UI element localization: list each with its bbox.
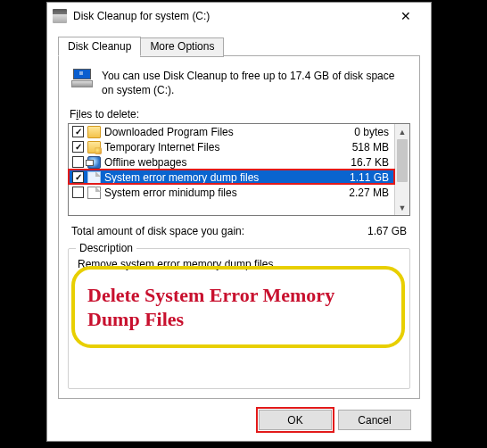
cancel-button[interactable]: Cancel (338, 410, 411, 430)
checkbox[interactable] (72, 171, 84, 183)
scroll-track[interactable] (395, 139, 409, 200)
checkbox[interactable] (72, 156, 84, 168)
tab-panel: You can use Disk Cleanup to free up to 1… (58, 55, 420, 399)
folder-icon (87, 126, 101, 138)
client-area: Disk Cleanup More Options You can use Di… (47, 29, 431, 441)
list-item[interactable]: System error memory dump files 1.11 GB (69, 170, 394, 185)
tab-strip: Disk Cleanup More Options (58, 37, 420, 56)
drive-icon (70, 69, 95, 94)
files-listbox[interactable]: Downloaded Program Files 0 bytes Tempora… (68, 123, 410, 216)
item-name: Downloaded Program Files (104, 126, 334, 138)
ok-button[interactable]: OK (259, 410, 332, 430)
total-label: Total amount of disk space you gain: (71, 225, 244, 237)
close-icon: ✕ (400, 9, 411, 23)
item-size: 1.11 GB (337, 171, 389, 184)
dialog-buttons: OK Cancel (58, 399, 420, 430)
tab-more-options[interactable]: More Options (140, 37, 224, 57)
locked-folder-icon (87, 141, 101, 153)
item-name: Offline webpages (104, 156, 334, 169)
checkbox[interactable] (72, 126, 84, 137)
item-size: 2.27 MB (337, 187, 389, 199)
list-item[interactable]: Downloaded Program Files 0 bytes (69, 124, 394, 139)
globe-icon (87, 156, 101, 169)
files-list-inner: Downloaded Program Files 0 bytes Tempora… (69, 124, 394, 215)
scroll-thumb[interactable] (397, 139, 408, 182)
file-icon (87, 187, 101, 199)
checkbox[interactable] (72, 187, 84, 198)
item-size: 16.7 KB (337, 156, 389, 169)
summary-row: You can use Disk Cleanup to free up to 1… (70, 69, 409, 97)
titlebar[interactable]: Disk Cleanup for system (C:) ✕ (47, 3, 431, 29)
dialog-window: Disk Cleanup for system (C:) ✕ Disk Clea… (46, 2, 432, 442)
ok-button-wrap: OK (259, 410, 332, 430)
annotation-text: Delete System Error Memory Dump Files (87, 283, 389, 332)
scrollbar[interactable]: ▲ ▼ (394, 124, 409, 215)
file-icon (87, 171, 101, 184)
list-item[interactable]: Offline webpages 16.7 KB (69, 154, 394, 170)
description-legend: Description (76, 242, 136, 254)
item-name: System error minidump files (104, 187, 334, 199)
tab-disk-cleanup[interactable]: Disk Cleanup (58, 37, 141, 56)
total-row: Total amount of disk space you gain: 1.6… (71, 225, 407, 237)
list-item[interactable]: System error minidump files 2.27 MB (69, 185, 394, 200)
total-value: 1.67 GB (367, 225, 407, 237)
item-name: Temporary Internet Files (104, 141, 334, 153)
disk-cleanup-icon (53, 9, 67, 23)
annotation-callout: Delete System Error Memory Dump Files (71, 266, 405, 348)
scroll-down-button[interactable]: ▼ (395, 200, 409, 215)
close-button[interactable]: ✕ (386, 4, 425, 29)
list-item[interactable]: Temporary Internet Files 518 MB (69, 139, 394, 154)
summary-text: You can use Disk Cleanup to free up to 1… (102, 69, 409, 97)
window-title: Disk Cleanup for system (C:) (73, 10, 386, 22)
files-to-delete-label: Files to delete: (70, 108, 409, 120)
item-size: 518 MB (337, 141, 389, 153)
item-size: 0 bytes (337, 126, 389, 138)
scroll-up-button[interactable]: ▲ (395, 124, 409, 139)
item-name: System error memory dump files (104, 171, 334, 184)
checkbox[interactable] (72, 141, 84, 153)
